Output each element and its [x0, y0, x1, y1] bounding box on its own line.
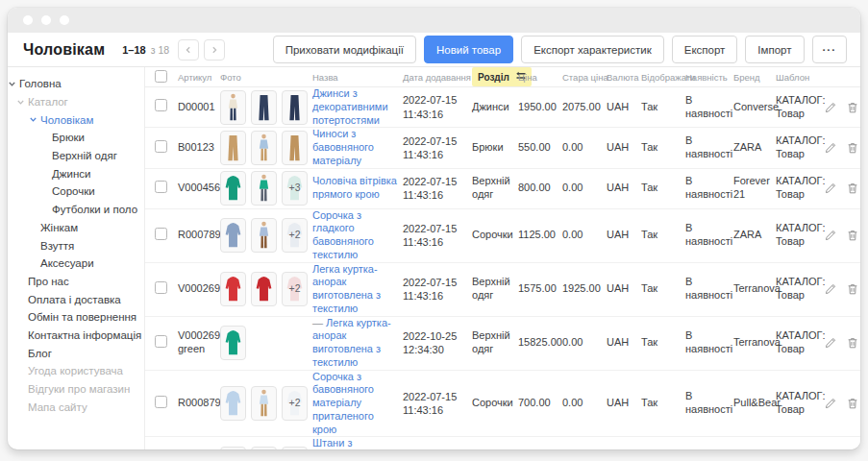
- select-all-checkbox[interactable]: [155, 70, 167, 83]
- sidebar-item-13[interactable]: Обмін та повернення: [8, 308, 144, 327]
- sidebar-item-15[interactable]: Блог: [8, 344, 144, 362]
- product-photo-thumbnail[interactable]: +2: [282, 447, 308, 449]
- column-header-3[interactable]: Дата додавання: [403, 72, 472, 83]
- column-header-6[interactable]: Стара ціна: [562, 72, 607, 83]
- product-photo-thumbnail[interactable]: +2: [282, 218, 308, 253]
- row-checkbox[interactable]: [155, 181, 167, 193]
- product-photo-thumbnail[interactable]: [220, 447, 246, 449]
- new-product-button[interactable]: Новий товар: [424, 36, 513, 63]
- column-header-10[interactable]: Бренд: [733, 72, 776, 83]
- hide-modifications-button[interactable]: Приховати модифікації: [273, 36, 416, 63]
- sidebar-item-4[interactable]: Верхній одяг: [8, 147, 144, 165]
- sidebar-item-9[interactable]: Взуття: [8, 236, 144, 255]
- window-control-dot[interactable]: [23, 15, 33, 25]
- product-name-link[interactable]: Джинси з декоративними потертостями: [312, 87, 388, 126]
- delete-button[interactable]: [846, 336, 859, 350]
- import-button[interactable]: Імпорт: [745, 36, 804, 63]
- edit-button[interactable]: [824, 336, 837, 350]
- sidebar-item-18[interactable]: Мапа сайту: [8, 398, 144, 416]
- product-photo-thumbnail[interactable]: [220, 272, 246, 306]
- product-photo-thumbnail[interactable]: [251, 131, 277, 165]
- product-name-link[interactable]: Чоловіча вітрівка прямого крою: [312, 175, 397, 200]
- sidebar-item-6[interactable]: Сорочки: [8, 182, 144, 201]
- product-section: Сорочки: [472, 229, 518, 242]
- column-header-11[interactable]: Шаблон: [776, 72, 824, 83]
- window-control-dot[interactable]: [60, 15, 69, 25]
- sidebar-item-16[interactable]: Угода користувача: [8, 362, 144, 380]
- delete-button[interactable]: [846, 101, 859, 114]
- product-currency: UAH: [607, 182, 641, 195]
- column-header-5[interactable]: Ціна: [518, 72, 562, 83]
- edit-button[interactable]: [824, 141, 837, 155]
- product-photo-thumbnail[interactable]: [282, 90, 308, 125]
- row-checkbox[interactable]: [155, 99, 167, 111]
- product-photos: +2: [220, 447, 312, 449]
- row-checkbox[interactable]: [155, 140, 167, 153]
- product-date-added: 2022-07-1511:43:16: [403, 222, 472, 250]
- product-name-link[interactable]: Сорочка з гладкого бавовняного текстилю: [312, 209, 374, 260]
- sidebar-item-12[interactable]: Оплата і доставка: [8, 290, 144, 308]
- product-photo-thumbnail[interactable]: [220, 218, 246, 253]
- sidebar-item-3[interactable]: Брюки: [8, 129, 144, 147]
- row-checkbox[interactable]: [155, 281, 167, 294]
- pagination-prev-button[interactable]: [178, 39, 199, 61]
- sidebar-item-8[interactable]: Жінкам: [8, 219, 144, 237]
- product-name-link[interactable]: Сорочка з бавовняного матеріалу притален…: [312, 371, 374, 435]
- product-photo-thumbnail[interactable]: +3: [282, 171, 308, 206]
- sidebar-item-10[interactable]: Аксесуари: [8, 255, 144, 273]
- sidebar-item-14[interactable]: Контактна інформація: [8, 327, 144, 345]
- table-row: B000321+2Штани з бавовняного матеріалу п…: [145, 437, 860, 449]
- column-header-2[interactable]: Назва: [312, 72, 403, 83]
- sidebar-item-11[interactable]: Про нас: [8, 273, 144, 291]
- delete-button[interactable]: [846, 282, 859, 296]
- row-checkbox[interactable]: [155, 335, 167, 348]
- more-actions-button[interactable]: ···: [812, 36, 848, 63]
- product-photo-thumbnail[interactable]: [220, 90, 246, 125]
- sidebar-item-1[interactable]: Каталог: [8, 93, 144, 111]
- pagination-next-button[interactable]: [204, 39, 225, 61]
- product-photo-thumbnail[interactable]: [282, 131, 308, 165]
- product-name-link[interactable]: Штани з бавовняного матеріалу прямого кр…: [312, 437, 380, 449]
- product-photo-thumbnail[interactable]: [251, 447, 277, 449]
- product-photo-thumbnail[interactable]: [220, 131, 246, 165]
- sidebar-item-17[interactable]: Відгуки про магазин: [8, 380, 144, 399]
- sidebar-item-5[interactable]: Джинси: [8, 164, 144, 182]
- column-header-1[interactable]: Фото: [220, 72, 312, 83]
- product-photo-thumbnail[interactable]: [251, 272, 277, 306]
- edit-button[interactable]: [824, 101, 837, 114]
- delete-button[interactable]: [846, 229, 859, 242]
- product-photo-thumbnail[interactable]: [220, 386, 246, 421]
- product-name-link[interactable]: Чиноси з бавовняного матеріалу: [312, 128, 374, 166]
- export-characteristics-button[interactable]: Експорт характеристик: [521, 36, 664, 63]
- export-button[interactable]: Експорт: [672, 36, 738, 63]
- column-header-0[interactable]: Артикул: [178, 72, 220, 83]
- product-photo-thumbnail[interactable]: [220, 171, 246, 206]
- row-actions: [824, 229, 860, 242]
- delete-button[interactable]: [846, 141, 859, 155]
- edit-button[interactable]: [824, 397, 837, 410]
- row-checkbox[interactable]: [155, 228, 167, 240]
- product-photo-thumbnail[interactable]: +2: [282, 386, 308, 421]
- product-photo-thumbnail[interactable]: +2: [282, 272, 308, 306]
- column-header-8[interactable]: Відображати: [641, 72, 685, 83]
- product-photo-thumbnail[interactable]: [251, 386, 277, 421]
- product-photo-thumbnail[interactable]: [251, 90, 277, 125]
- sidebar-item-2[interactable]: Чоловікам: [8, 110, 144, 129]
- product-name-link[interactable]: Легка куртка-анорак виготовлена з тексти…: [312, 263, 381, 314]
- column-header-4[interactable]: Розділ: [472, 67, 518, 86]
- delete-button[interactable]: [846, 397, 859, 410]
- product-photos: [220, 326, 312, 360]
- edit-button[interactable]: [824, 229, 837, 242]
- window-control-dot[interactable]: [41, 15, 51, 25]
- delete-button[interactable]: [846, 182, 859, 195]
- edit-button[interactable]: [824, 182, 837, 195]
- product-photo-thumbnail[interactable]: [251, 218, 277, 253]
- column-header-7[interactable]: Валюта: [607, 72, 641, 83]
- column-header-9[interactable]: Наявність: [685, 72, 733, 83]
- sidebar-item-7[interactable]: Футболки и поло: [8, 201, 144, 219]
- product-photo-thumbnail[interactable]: [220, 326, 246, 360]
- sidebar-item-0[interactable]: Головна: [8, 75, 144, 93]
- edit-button[interactable]: [824, 282, 837, 296]
- product-photo-thumbnail[interactable]: [251, 171, 277, 206]
- row-checkbox[interactable]: [155, 396, 167, 408]
